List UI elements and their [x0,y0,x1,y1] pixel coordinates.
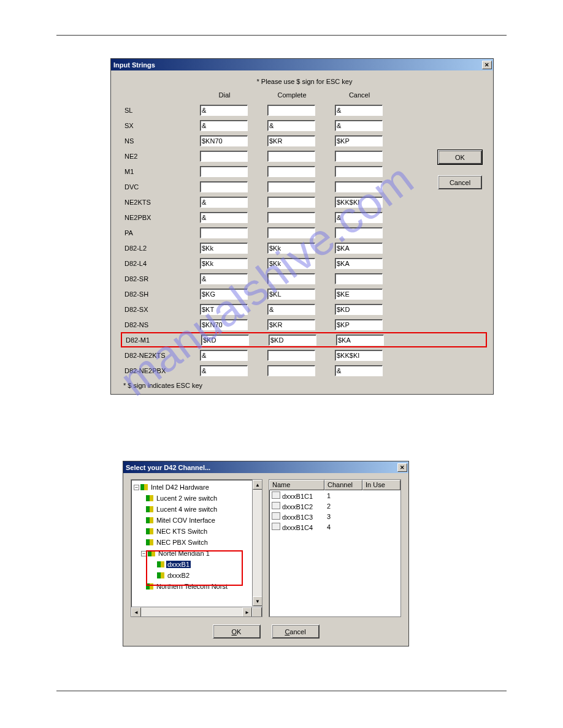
complete-input[interactable] [267,151,315,162]
tree-item[interactable]: Northern Telecom Norst [132,581,262,592]
cancel-input[interactable] [335,135,383,146]
page-divider-bottom [56,691,507,691]
dial-input[interactable] [200,197,248,208]
cancel-input[interactable] [335,289,383,300]
collapse-icon[interactable]: − [134,485,139,490]
dial-input[interactable] [200,135,248,146]
list-item[interactable]: dxxxB1C11 [269,490,400,501]
list-item[interactable]: dxxxB1C22 [269,501,400,511]
ok-button[interactable]: OK [213,624,261,639]
complete-input[interactable] [267,212,315,223]
table-row: DVC [123,179,486,194]
dial-input[interactable] [200,365,248,376]
complete-input[interactable] [267,120,315,131]
dial-input[interactable] [200,151,248,162]
cancel-input[interactable] [335,212,383,223]
cancel-input[interactable] [335,197,383,208]
cancel-input[interactable] [335,227,383,238]
cancel-input[interactable] [336,335,384,346]
cancel-input[interactable] [335,273,383,284]
scrollbar-horizontal[interactable]: ◄ ► [131,607,262,616]
dial-input[interactable] [201,335,249,346]
cancel-input[interactable] [335,166,383,177]
complete-input[interactable] [267,243,315,254]
complete-input[interactable] [269,335,316,346]
device-icon [140,484,148,490]
dial-input[interactable] [200,105,248,116]
collapse-icon[interactable]: − [141,551,147,556]
complete-input[interactable] [267,227,315,238]
scroll-up-icon[interactable]: ▲ [253,480,262,490]
cancel-input[interactable] [335,350,383,361]
row-label: SL [123,107,200,114]
scrollbar-vertical[interactable]: ▲ ▼ [252,480,262,606]
dial-input[interactable] [200,350,248,361]
col-header-cancel: Cancel [335,91,384,99]
complete-input[interactable] [267,350,315,361]
scroll-left-icon[interactable]: ◄ [131,607,141,617]
tree-item[interactable]: NEC KTS Switch [132,526,262,537]
tree-item[interactable]: Lucent 2 wire switch [132,493,262,504]
dialog-title: Select your D42 Channel... [126,464,397,471]
row-label: D82-M1 [124,336,201,344]
complete-input[interactable] [267,304,315,315]
cancel-input[interactable] [335,304,383,315]
list-pane[interactable]: Name Channel In Use dxxxB1C11dxxxB1C22dx… [269,479,401,617]
tree-item[interactable]: NEC PBX Switch [132,537,262,548]
tree-item[interactable]: dxxxB1 [132,559,262,570]
dial-input[interactable] [200,243,248,254]
close-icon[interactable]: ✕ [397,463,407,472]
dial-input[interactable] [200,120,248,131]
cancel-input[interactable] [335,365,383,376]
dial-input[interactable] [200,181,248,192]
dial-input[interactable] [200,212,248,223]
cancel-button[interactable]: Cancel [272,624,320,639]
complete-input[interactable] [267,197,315,208]
list-col-channel[interactable]: Channel [324,480,362,490]
row-label: NE2 [123,153,200,160]
scroll-down-icon[interactable]: ▼ [253,596,262,606]
tree-item[interactable]: dxxxB2 [132,570,262,581]
complete-input[interactable] [267,365,315,376]
complete-input[interactable] [267,135,315,146]
dial-input[interactable] [200,166,248,177]
complete-input[interactable] [267,181,315,192]
complete-input[interactable] [267,258,315,269]
scroll-right-icon[interactable]: ► [242,607,252,617]
dial-input[interactable] [200,227,248,238]
list-item[interactable]: dxxxB1C44 [269,521,400,532]
dial-input[interactable] [200,304,248,315]
complete-input[interactable] [267,105,315,116]
complete-input[interactable] [267,319,315,330]
dial-input[interactable] [200,273,248,284]
dial-input[interactable] [200,258,248,269]
cancel-button[interactable]: Cancel [438,175,482,189]
complete-input[interactable] [267,273,315,284]
cancel-input[interactable] [335,151,383,162]
cancel-input[interactable] [335,258,383,269]
ok-button[interactable]: OK [438,150,482,164]
tree-item[interactable]: Lucent 4 wire switch [132,504,262,515]
tree-item[interactable]: −Intel D42 Hardware [132,482,262,493]
cancel-input[interactable] [335,319,383,330]
close-icon[interactable]: ✕ [482,61,492,69]
tree-item[interactable]: Mitel COV Interface [132,515,262,526]
complete-input[interactable] [267,289,315,300]
dial-input[interactable] [200,319,248,330]
cancel-input[interactable] [335,181,383,192]
list-col-inuse[interactable]: In Use [362,480,400,490]
hint-text: * Please use $ sign for ESC key [123,78,486,85]
table-row: NE2 [123,148,486,164]
cancel-input[interactable] [335,120,383,131]
input-strings-dialog: Input Strings ✕ * Please use $ sign for … [110,58,494,395]
cancel-input[interactable] [335,105,383,116]
dial-input[interactable] [200,289,248,300]
select-channel-dialog: Select your D42 Channel... ✕ −Intel D42 … [123,461,409,646]
cancel-input[interactable] [335,243,383,254]
list-col-name[interactable]: Name [269,480,324,490]
tree-item[interactable]: −Nortel Meridian 1 [132,548,262,559]
device-icon [157,572,164,578]
list-item[interactable]: dxxxB1C33 [269,511,400,521]
tree-pane[interactable]: −Intel D42 HardwareLucent 2 wire switchL… [131,479,262,617]
complete-input[interactable] [267,166,315,177]
